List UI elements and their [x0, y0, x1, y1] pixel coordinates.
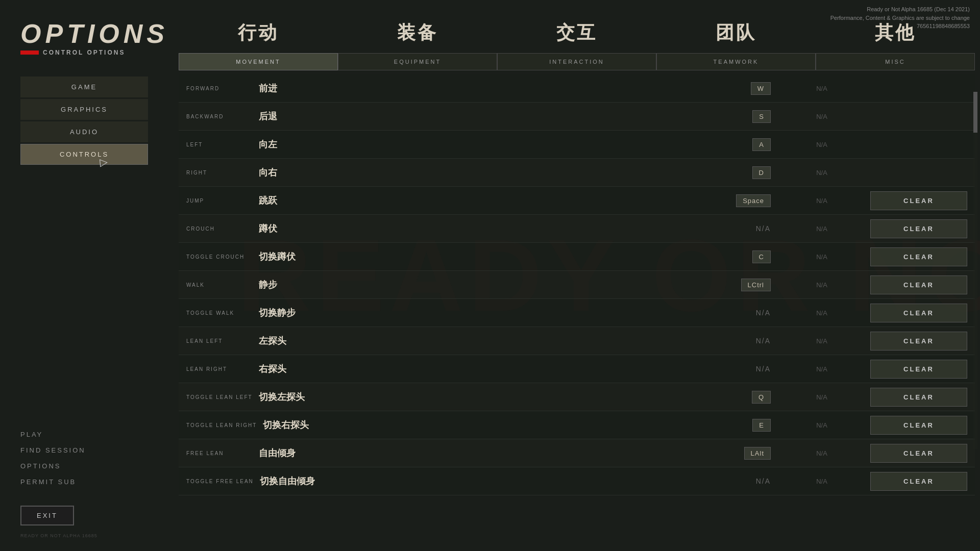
clear-button[interactable]: CLEAR — [870, 304, 967, 322]
secondary-binding[interactable]: N/A — [781, 253, 863, 261]
bottom-nav-play[interactable]: PLAY — [20, 427, 86, 442]
secondary-binding[interactable]: N/A — [781, 309, 863, 317]
secondary-binding[interactable]: N/A — [781, 225, 863, 233]
chinese-tab-1[interactable]: 装备 — [338, 15, 497, 51]
exit-button[interactable]: EXIT — [20, 506, 74, 525]
key-binding[interactable]: A — [342, 140, 781, 148]
clear-button[interactable]: CLEAR — [870, 276, 967, 294]
key-badge: S — [752, 110, 771, 123]
clear-button[interactable]: CLEAR — [870, 219, 967, 238]
nav-controls[interactable]: CONTROLS — [20, 144, 148, 165]
action-label-zh: 向右 — [259, 166, 277, 179]
key-binding[interactable]: S — [342, 112, 781, 120]
secondary-binding[interactable]: N/A — [781, 449, 863, 457]
secondary-binding[interactable]: N/A — [781, 85, 863, 92]
table-row: LEAN LEFT左探头N/AN/ACLEAR — [179, 327, 975, 355]
table-row: CROUCH蹲伏N/AN/ACLEAR — [179, 215, 975, 243]
table-row: JUMP跳跃SpaceN/ACLEAR — [179, 187, 975, 215]
key-binding[interactable]: N/A — [342, 365, 781, 373]
key-binding[interactable]: N/A — [342, 224, 781, 233]
tab-interaction[interactable]: INTERACTION — [497, 53, 656, 70]
action-label-zh: 切换右探头 — [263, 419, 309, 431]
secondary-binding[interactable]: N/A — [781, 281, 863, 289]
table-row: BACKWARD后退SN/A — [179, 103, 975, 131]
version-line2: Performance, Content & Graphics are subj… — [830, 14, 970, 22]
action-label-en: TOGGLE CROUCH — [186, 254, 253, 260]
key-binding[interactable]: C — [342, 253, 781, 261]
clear-button[interactable]: CLEAR — [870, 191, 967, 210]
key-binding[interactable]: Q — [342, 393, 781, 401]
clear-button[interactable]: CLEAR — [870, 472, 967, 491]
action-col: TOGGLE CROUCH切换蹲伏 — [179, 251, 342, 263]
bottom-nav-permit-sub[interactable]: PERMIT SUB — [20, 474, 86, 490]
tab-teamwork[interactable]: TEAMWORK — [656, 53, 816, 70]
action-col: LEAN LEFT左探头 — [179, 335, 342, 347]
clear-button[interactable]: CLEAR — [870, 416, 967, 435]
logo-subtitle-text: CONTROL OPTIONS — [43, 49, 125, 56]
key-badge: LCtrl — [741, 279, 771, 291]
scrollbar[interactable] — [973, 92, 977, 449]
clear-button[interactable]: CLEAR — [870, 388, 967, 407]
action-col: TOGGLE FREE LEAN切换自由倾身 — [179, 475, 342, 487]
clear-col: CLEAR — [863, 388, 975, 407]
secondary-binding[interactable]: N/A — [781, 393, 863, 401]
key-badge: LAlt — [744, 447, 771, 460]
chinese-tab-2[interactable]: 交互 — [497, 15, 656, 51]
chinese-tab-3[interactable]: 团队 — [656, 15, 816, 51]
key-binding[interactable]: W — [342, 84, 781, 92]
key-binding[interactable]: D — [342, 168, 781, 177]
nav-game[interactable]: GAME — [20, 77, 148, 97]
key-binding[interactable]: Space — [342, 196, 781, 205]
key-binding[interactable]: E — [342, 421, 781, 429]
key-binding[interactable]: LAlt — [342, 449, 781, 457]
controls-table: FORWARD前进WN/ABACKWARD后退SN/ALEFT向左AN/ARIG… — [179, 74, 975, 518]
secondary-binding[interactable]: N/A — [781, 421, 863, 429]
tab-misc[interactable]: MISC — [816, 53, 975, 70]
secondary-binding[interactable]: N/A — [781, 113, 863, 120]
nav-menu: GAME GRAPHICS AUDIO CONTROLS — [0, 77, 168, 165]
secondary-binding[interactable]: N/A — [781, 478, 863, 485]
key-badge: Space — [736, 194, 771, 207]
bottom-nav-options[interactable]: OPTIONS — [20, 458, 86, 474]
action-label-en: LEAN RIGHT — [186, 366, 253, 372]
nav-graphics[interactable]: GRAPHICS — [20, 99, 148, 120]
chinese-tab-0[interactable]: 行动 — [179, 15, 338, 51]
clear-col: CLEAR — [863, 247, 975, 266]
tab-equipment[interactable]: EQUIPMENT — [338, 53, 497, 70]
key-binding[interactable]: N/A — [342, 477, 781, 485]
bottom-nav-find-session[interactable]: FIND SESSION — [20, 442, 86, 458]
secondary-binding[interactable]: N/A — [781, 197, 863, 205]
action-label-zh: 切换左探头 — [259, 391, 305, 403]
table-row: TOGGLE FREE LEAN切换自由倾身N/AN/ACLEAR — [179, 467, 975, 495]
cursor-icon: ▷ — [99, 155, 108, 168]
action-col: TOGGLE LEAN RIGHT切换右探头 — [179, 419, 342, 431]
clear-button[interactable]: CLEAR — [870, 247, 967, 266]
action-label-zh: 左探头 — [259, 335, 286, 347]
key-binding[interactable]: N/A — [342, 309, 781, 317]
action-col: TOGGLE LEAN LEFT切换左探头 — [179, 391, 342, 403]
secondary-binding[interactable]: N/A — [781, 169, 863, 177]
action-label-zh: 跳跃 — [259, 194, 277, 207]
action-label-en: FORWARD — [186, 86, 253, 91]
key-binding[interactable]: N/A — [342, 337, 781, 345]
secondary-binding[interactable]: N/A — [781, 337, 863, 345]
action-label-en: LEFT — [186, 142, 253, 147]
action-col: FORWARD前进 — [179, 82, 342, 94]
clear-button[interactable]: CLEAR — [870, 444, 967, 463]
action-label-zh: 自由倾身 — [259, 447, 296, 459]
tab-movement[interactable]: MOVEMENT — [179, 53, 338, 70]
alpha-version-text: READY OR NOT ALPHA 16685 — [20, 533, 97, 538]
key-badge: A — [752, 138, 771, 151]
secondary-binding[interactable]: N/A — [781, 365, 863, 373]
logo-area: OPTIONS CONTROL OPTIONS — [0, 0, 168, 66]
action-label-zh: 切换静步 — [259, 307, 296, 319]
key-binding[interactable]: LCtrl — [342, 281, 781, 289]
action-label-en: TOGGLE LEAN RIGHT — [186, 422, 257, 428]
version-line1: Ready or Not Alpha 16685 (Dec 14 2021) — [830, 5, 970, 14]
secondary-binding[interactable]: N/A — [781, 141, 863, 148]
clear-button[interactable]: CLEAR — [870, 332, 967, 350]
action-col: LEAN RIGHT右探头 — [179, 363, 342, 375]
nav-audio[interactable]: AUDIO — [20, 121, 148, 142]
key-badge: D — [752, 166, 771, 179]
clear-button[interactable]: CLEAR — [870, 360, 967, 379]
